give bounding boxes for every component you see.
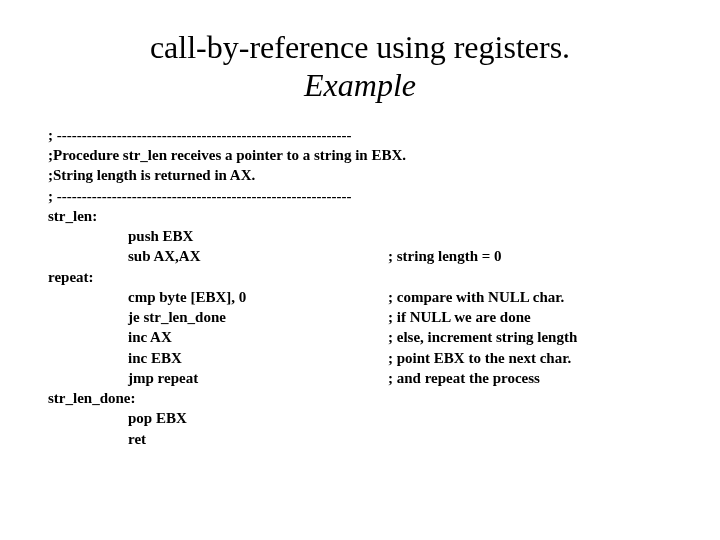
instr-jmp-repeat: jmp repeat [128, 368, 388, 388]
instr-je-done: je str_len_done [128, 307, 388, 327]
code-indent [48, 368, 128, 388]
code-comment: ; compare with NULL char. [388, 287, 672, 307]
label-strlen: str_len: [48, 206, 672, 226]
instr-sub-ax: sub AX,AX [128, 246, 388, 266]
code-line: cmp byte [EBX], 0 ; compare with NULL ch… [48, 287, 672, 307]
code-line: inc EBX ; point EBX to the next char. [48, 348, 672, 368]
instr-inc-ebx: inc EBX [128, 348, 388, 368]
code-comment: ; if NULL we are done [388, 307, 672, 327]
code-comment: ; and repeat the process [388, 368, 672, 388]
title-line-2: Example [48, 66, 672, 104]
label-repeat: repeat: [48, 267, 672, 287]
comment-separator: ; --------------------------------------… [48, 186, 672, 206]
instr-push-ebx: push EBX [128, 226, 388, 246]
instr-cmp-byte: cmp byte [EBX], 0 [128, 287, 388, 307]
slide-title: call-by-reference using registers. Examp… [48, 28, 672, 105]
code-comment [388, 408, 672, 428]
code-comment: ; point EBX to the next char. [388, 348, 672, 368]
instr-pop-ebx: pop EBX [128, 408, 388, 428]
code-indent [48, 408, 128, 428]
instr-inc-ax: inc AX [128, 327, 388, 347]
code-line: je str_len_done ; if NULL we are done [48, 307, 672, 327]
code-comment: ; string length = 0 [388, 246, 672, 266]
instr-ret: ret [128, 429, 388, 449]
code-comment [388, 429, 672, 449]
code-line: sub AX,AX ; string length = 0 [48, 246, 672, 266]
slide: call-by-reference using registers. Examp… [0, 0, 720, 540]
comment-separator: ; --------------------------------------… [48, 125, 672, 145]
code-line: push EBX [48, 226, 672, 246]
code-line: jmp repeat ; and repeat the process [48, 368, 672, 388]
code-comment: ; else, increment string length [388, 327, 672, 347]
comment-return: ;String length is returned in AX. [48, 165, 672, 185]
code-indent [48, 307, 128, 327]
code-indent [48, 287, 128, 307]
code-indent [48, 348, 128, 368]
label-done: str_len_done: [48, 388, 672, 408]
title-line-1: call-by-reference using registers. [150, 29, 570, 65]
code-block: ; --------------------------------------… [48, 125, 672, 449]
code-indent [48, 246, 128, 266]
code-line: ret [48, 429, 672, 449]
code-indent [48, 327, 128, 347]
comment-procedure: ;Procedure str_len receives a pointer to… [48, 145, 672, 165]
code-indent [48, 226, 128, 246]
code-line: pop EBX [48, 408, 672, 428]
code-comment [388, 226, 672, 246]
code-line: inc AX ; else, increment string length [48, 327, 672, 347]
code-indent [48, 429, 128, 449]
